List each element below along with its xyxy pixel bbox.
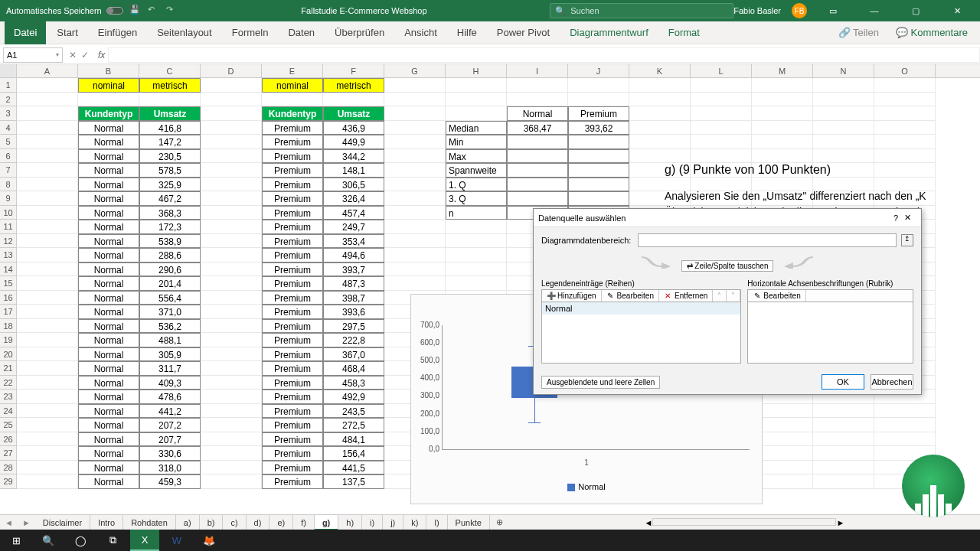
cell[interactable]: [17, 106, 78, 121]
cell[interactable]: n: [446, 206, 507, 220]
cell[interactable]: [813, 121, 874, 135]
cell[interactable]: 459,3: [139, 474, 201, 489]
cell[interactable]: [17, 474, 78, 489]
cell[interactable]: 156,4: [323, 446, 384, 461]
cell[interactable]: [752, 106, 813, 121]
cell[interactable]: Premium: [262, 135, 323, 149]
cell[interactable]: Normal: [78, 432, 139, 447]
undo-icon[interactable]: ↶: [148, 5, 160, 17]
cell[interactable]: Normal: [78, 206, 139, 220]
cell[interactable]: 368,3: [139, 206, 201, 220]
cell[interactable]: [446, 248, 507, 262]
cell[interactable]: 297,5: [323, 319, 384, 334]
cell[interactable]: Normal: [78, 178, 139, 192]
cell[interactable]: nominal: [78, 78, 139, 93]
taskbar-word-icon[interactable]: W: [162, 530, 191, 551]
cell[interactable]: [17, 220, 78, 234]
cell[interactable]: [17, 291, 78, 305]
cell[interactable]: Normal: [78, 446, 139, 461]
row-header[interactable]: 2: [0, 93, 17, 107]
row-header[interactable]: 3: [0, 106, 17, 121]
row-header[interactable]: 25: [0, 418, 17, 432]
col-header-A[interactable]: A: [17, 64, 78, 77]
taskbar-excel-icon[interactable]: X: [130, 530, 159, 551]
cell[interactable]: [874, 121, 936, 135]
remove-series-button[interactable]: ✕Entfernen: [659, 290, 713, 302]
cell[interactable]: Premium: [262, 178, 323, 192]
cell[interactable]: Max: [446, 149, 507, 164]
avatar[interactable]: FB: [792, 3, 807, 18]
col-header-D[interactable]: D: [201, 64, 262, 77]
row-header[interactable]: 20: [0, 347, 17, 362]
swap-row-col-button[interactable]: ⇄ Zeile/Spalte tauschen: [681, 260, 774, 272]
chart-range-input[interactable]: [638, 233, 897, 247]
cell[interactable]: Premium: [262, 418, 323, 432]
cell[interactable]: Premium: [262, 347, 323, 362]
cell[interactable]: [201, 291, 262, 305]
cell[interactable]: [17, 78, 78, 93]
cell[interactable]: [629, 121, 691, 135]
cell[interactable]: Normal: [78, 149, 139, 164]
cell[interactable]: [446, 106, 507, 121]
tab-chartdesign[interactable]: Diagrammentwurf: [560, 21, 658, 44]
cell[interactable]: [201, 432, 262, 447]
tab-layout[interactable]: Seitenlayout: [148, 21, 221, 44]
cell[interactable]: [507, 78, 568, 93]
cell[interactable]: [201, 319, 262, 334]
cell[interactable]: 441,2: [139, 404, 201, 419]
cell[interactable]: Umsatz: [323, 106, 384, 121]
cell[interactable]: Normal: [78, 121, 139, 135]
cell[interactable]: [201, 191, 262, 206]
cell[interactable]: [629, 135, 691, 149]
cell[interactable]: Premium: [262, 276, 323, 291]
cell[interactable]: 1. Q: [446, 178, 507, 192]
sheet-tab[interactable]: e): [270, 515, 293, 530]
cell[interactable]: [568, 163, 629, 178]
cell[interactable]: [17, 206, 78, 220]
cell[interactable]: [17, 276, 78, 291]
cell[interactable]: [446, 78, 507, 93]
cell[interactable]: [78, 93, 139, 107]
cell[interactable]: [384, 248, 446, 262]
cell[interactable]: Premium: [262, 234, 323, 249]
row-header[interactable]: 28: [0, 461, 17, 475]
cell[interactable]: 484,1: [323, 432, 384, 447]
cell[interactable]: 326,4: [323, 191, 384, 206]
cell[interactable]: Normal: [78, 404, 139, 419]
maximize-icon[interactable]: ▢: [900, 0, 931, 21]
cell[interactable]: Normal: [78, 319, 139, 334]
cell[interactable]: 207,2: [139, 418, 201, 432]
sheet-tab[interactable]: a): [176, 515, 200, 530]
cell[interactable]: [813, 135, 874, 149]
sheet-tab[interactable]: k): [403, 515, 426, 530]
cell[interactable]: [752, 121, 813, 135]
cell[interactable]: [17, 319, 78, 334]
cell[interactable]: Min: [446, 135, 507, 149]
tab-help[interactable]: Hilfe: [448, 21, 486, 44]
cell[interactable]: [17, 461, 78, 475]
row-header[interactable]: 26: [0, 432, 17, 447]
cell[interactable]: [568, 93, 629, 107]
cell[interactable]: Premium: [262, 248, 323, 262]
sheet-tab[interactable]: h): [338, 515, 362, 530]
cell[interactable]: 393,6: [323, 305, 384, 319]
cell[interactable]: [568, 191, 629, 206]
cell[interactable]: [874, 418, 936, 432]
cell[interactable]: [201, 220, 262, 234]
cell[interactable]: 288,6: [139, 248, 201, 262]
cell[interactable]: Premium: [262, 149, 323, 164]
cell[interactable]: [17, 305, 78, 319]
cell[interactable]: [446, 234, 507, 249]
cell[interactable]: 487,3: [323, 276, 384, 291]
cell[interactable]: Normal: [78, 333, 139, 347]
cell[interactable]: Premium: [262, 404, 323, 419]
cell[interactable]: 311,7: [139, 361, 201, 376]
cell[interactable]: 398,7: [323, 291, 384, 305]
cell[interactable]: 367,0: [323, 347, 384, 362]
cell[interactable]: [384, 106, 446, 121]
cell[interactable]: [139, 93, 201, 107]
sheet-nav-prev[interactable]: ◄: [0, 518, 18, 527]
select-all-corner[interactable]: [0, 64, 17, 77]
cell[interactable]: Premium: [262, 446, 323, 461]
cell[interactable]: [201, 461, 262, 475]
